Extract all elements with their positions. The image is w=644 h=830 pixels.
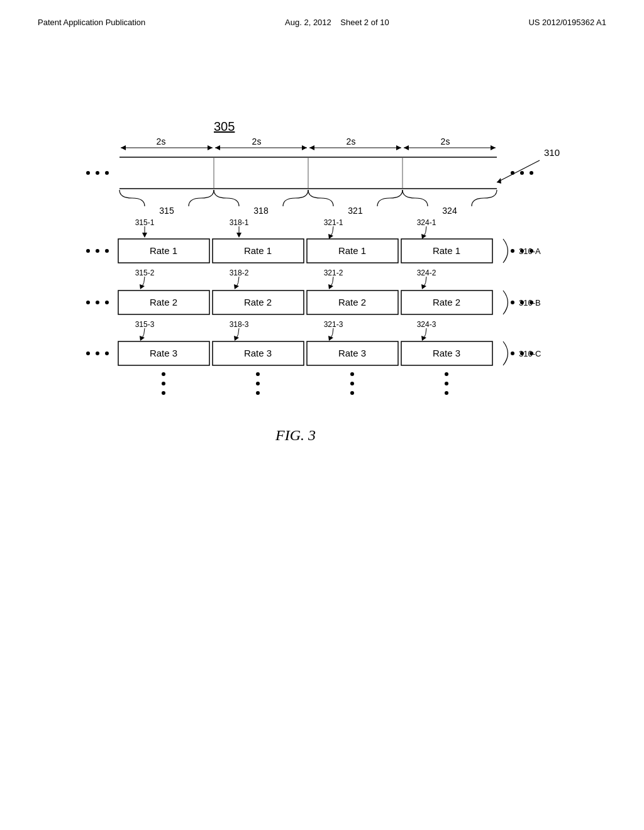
rate-text-318-1: Rate 1 [244, 245, 272, 256]
sublabel-315-1: 315-1 [135, 218, 155, 227]
header-date-sheet: Aug. 2, 2012 Sheet 2 of 10 [285, 18, 389, 27]
svg-marker-4 [208, 145, 213, 150]
svg-marker-39 [328, 284, 333, 289]
header-publication: Patent Application Publication [38, 18, 145, 27]
sublabel-321-1: 321-1 [324, 218, 343, 227]
sublabel-318-3: 318-3 [230, 320, 249, 329]
label-310: 310 [544, 147, 560, 158]
svg-marker-1 [497, 178, 501, 184]
duration-2: 2s [252, 136, 262, 147]
svg-point-53 [105, 351, 109, 355]
sublabel-318-2: 318-2 [230, 268, 249, 277]
svg-point-63 [350, 372, 354, 376]
svg-point-57 [162, 372, 165, 376]
svg-point-19 [86, 171, 90, 175]
header-sheet: Sheet 2 of 10 [340, 18, 389, 27]
sublabel-324-1: 324-1 [417, 218, 436, 227]
sublabel-324-2: 324-2 [417, 268, 436, 277]
rate-text-321-1: Rate 1 [338, 245, 366, 256]
svg-point-43 [105, 301, 109, 304]
svg-point-64 [350, 382, 354, 385]
svg-marker-50 [421, 336, 426, 341]
label-324: 324 [442, 206, 457, 216]
svg-point-23 [520, 171, 524, 175]
svg-marker-40 [421, 284, 426, 289]
svg-point-34 [511, 249, 514, 253]
svg-point-58 [162, 382, 165, 385]
svg-point-68 [445, 391, 448, 395]
rate-text-315-3: Rate 3 [150, 348, 177, 358]
svg-marker-3 [121, 145, 126, 150]
label-321: 321 [348, 206, 363, 216]
svg-marker-9 [309, 145, 314, 150]
svg-marker-30 [421, 234, 426, 239]
svg-marker-49 [328, 336, 333, 341]
sublabel-324-3: 324-3 [417, 320, 436, 329]
duration-3: 2s [347, 136, 356, 147]
svg-marker-29 [328, 234, 333, 239]
label-305: 305 [214, 119, 235, 133]
duration-1: 2s [157, 136, 166, 147]
label-310C: 310-C [519, 349, 541, 358]
svg-marker-26 [142, 233, 147, 238]
svg-marker-38 [234, 284, 239, 289]
rate-text-318-2: Rate 2 [244, 297, 272, 307]
svg-point-59 [162, 391, 165, 395]
svg-point-21 [105, 171, 109, 175]
sublabel-321-3: 321-3 [324, 320, 343, 329]
rate-text-321-2: Rate 2 [338, 297, 366, 307]
svg-marker-13 [491, 145, 496, 150]
svg-marker-37 [140, 284, 145, 289]
sublabel-315-3: 315-3 [135, 320, 155, 329]
rate-text-324-1: Rate 1 [433, 245, 460, 256]
svg-marker-6 [215, 145, 220, 150]
rate-text-315-2: Rate 2 [150, 297, 177, 307]
svg-marker-7 [302, 145, 307, 150]
figure-label: FIG. 3 [275, 427, 316, 443]
sublabel-315-2: 315-2 [135, 268, 155, 277]
svg-marker-10 [396, 145, 401, 150]
svg-point-60 [256, 372, 260, 376]
rate-text-321-3: Rate 3 [338, 348, 366, 358]
svg-marker-28 [236, 233, 242, 238]
label-315: 315 [159, 206, 174, 216]
label-310A: 310-A [519, 246, 541, 256]
svg-point-44 [511, 301, 514, 304]
svg-point-51 [86, 351, 90, 355]
svg-point-41 [86, 301, 90, 304]
svg-marker-48 [234, 336, 239, 341]
svg-point-33 [105, 249, 109, 253]
rate-text-315-1: Rate 1 [150, 245, 177, 256]
svg-point-67 [445, 382, 448, 385]
label-318: 318 [253, 206, 269, 216]
rate-text-318-3: Rate 3 [244, 348, 272, 358]
svg-point-31 [86, 249, 90, 253]
sublabel-318-1: 318-1 [230, 218, 249, 227]
svg-line-0 [497, 160, 540, 182]
svg-point-66 [445, 372, 448, 376]
rate-text-324-3: Rate 3 [433, 348, 460, 358]
svg-point-42 [96, 301, 99, 304]
svg-point-61 [256, 382, 260, 385]
header-date: Aug. 2, 2012 [285, 18, 331, 27]
svg-point-32 [96, 249, 99, 253]
svg-point-62 [256, 391, 260, 395]
svg-point-52 [96, 351, 99, 355]
duration-4: 2s [441, 136, 450, 147]
svg-marker-47 [140, 336, 145, 341]
sublabel-321-2: 321-2 [324, 268, 343, 277]
svg-point-24 [530, 171, 533, 175]
figure-3-diagram: 305 310 2s 2s 2s 2s 315 318 321 [38, 113, 604, 585]
svg-point-20 [96, 171, 99, 175]
svg-marker-12 [404, 145, 409, 150]
header-patent-number: US 2012/0195362 A1 [528, 18, 606, 27]
rate-text-324-2: Rate 2 [433, 297, 460, 307]
svg-point-65 [350, 391, 354, 395]
page-header: Patent Application Publication Aug. 2, 2… [0, 0, 644, 27]
svg-point-54 [511, 351, 514, 355]
svg-point-22 [511, 171, 514, 175]
label-310B: 310-B [519, 298, 541, 307]
